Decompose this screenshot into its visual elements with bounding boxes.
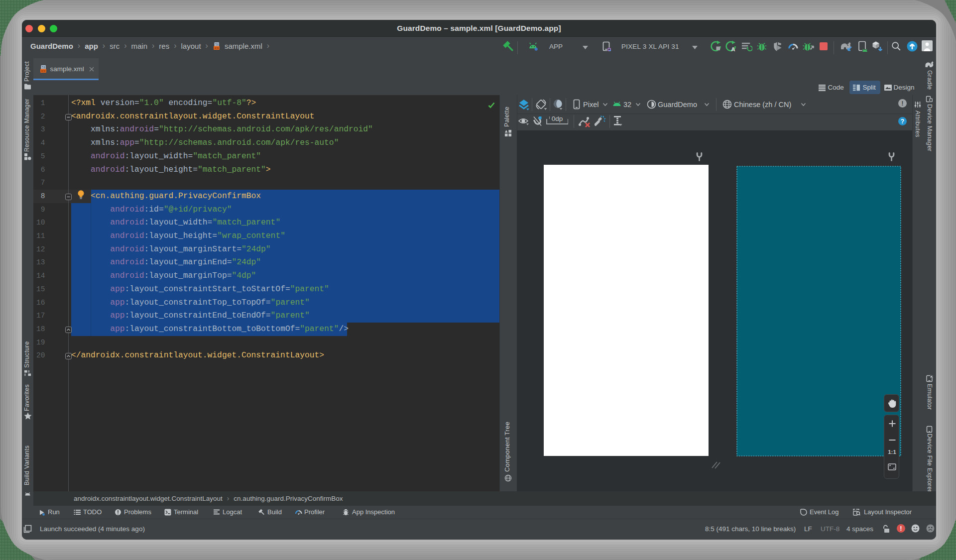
svg-text:<>: <> xyxy=(41,69,46,73)
svg-text:A: A xyxy=(731,46,735,52)
